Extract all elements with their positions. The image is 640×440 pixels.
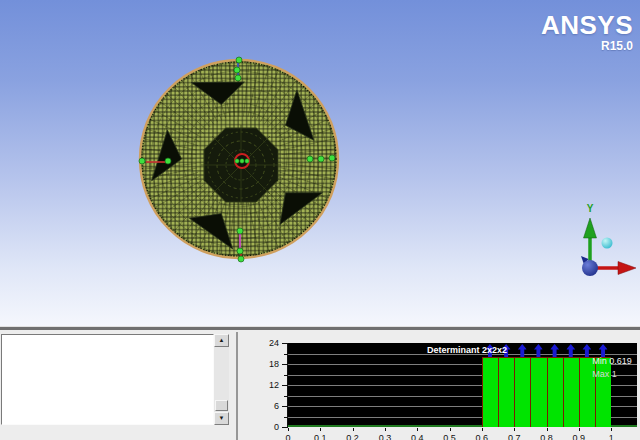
- vertex-marker[interactable]: [235, 75, 241, 81]
- triad-marker-sphere: [602, 238, 613, 249]
- histogram-bar: [579, 357, 595, 427]
- vertex-marker[interactable]: [236, 57, 242, 63]
- x-tick-label: 0.4: [411, 433, 424, 440]
- bar-clipped-arrow-icon: [550, 344, 559, 357]
- x-tick-label: 0.3: [379, 433, 392, 440]
- x-tick-mark: [450, 428, 451, 431]
- ansys-version-text: R15.0: [541, 40, 633, 52]
- message-output[interactable]: [1, 334, 214, 425]
- x-tick-mark: [320, 428, 321, 431]
- x-tick-mark: [417, 428, 418, 431]
- histogram-bar: [514, 357, 530, 427]
- vertex-marker[interactable]: [237, 228, 243, 234]
- x-tick-mark: [353, 428, 354, 431]
- x-tick-label: 1: [609, 433, 614, 440]
- bottom-panel: ▲ ▼ 06121824 Determinant 2x2x2 Min 0.619…: [0, 330, 640, 440]
- bar-clipped-arrow-icon: [566, 344, 575, 357]
- histogram-plot[interactable]: Determinant 2x2x2 Min 0.619 Max 1: [288, 343, 637, 427]
- x-tick-mark: [611, 428, 612, 431]
- vertex-marker[interactable]: [238, 256, 244, 262]
- axis-triad: Y: [552, 196, 640, 308]
- center-vertex-marker[interactable]: [235, 159, 239, 163]
- y-tick-label: 24: [269, 338, 279, 348]
- histogram-bar: [563, 357, 579, 427]
- bar-clipped-arrow-icon: [518, 344, 527, 357]
- x-tick-label: 0.8: [540, 433, 553, 440]
- scroll-down-button[interactable]: ▼: [214, 412, 229, 425]
- quality-histogram[interactable]: 06121824 Determinant 2x2x2 Min 0.619 Max…: [250, 336, 640, 440]
- x-tick-label: 0.2: [346, 433, 359, 440]
- x-tick-mark: [514, 428, 515, 431]
- histogram-title: Determinant 2x2x2: [427, 345, 507, 355]
- vertex-marker[interactable]: [318, 156, 324, 162]
- graphics-viewport[interactable]: ANSYS R15.0: [0, 0, 640, 326]
- axis-y-label: Y: [587, 203, 594, 214]
- vertex-marker[interactable]: [139, 158, 145, 164]
- ansys-logo: ANSYS R15.0: [541, 12, 633, 52]
- histogram-bar: [530, 357, 546, 427]
- histogram-max-label: Max 1: [592, 369, 617, 379]
- up-arrow-icon: ▲: [219, 337, 225, 343]
- ansys-brand-text: ANSYS: [541, 12, 633, 38]
- x-tick-label: 0.7: [508, 433, 521, 440]
- x-tick-mark: [547, 428, 548, 431]
- down-arrow-icon: ▼: [219, 415, 225, 421]
- x-tick-label: 0.1: [314, 433, 327, 440]
- scrollbar-thumb[interactable]: [215, 400, 228, 411]
- y-tick-label: 12: [269, 380, 279, 390]
- x-tick-label: 0: [285, 433, 290, 440]
- scroll-up-button[interactable]: ▲: [214, 334, 229, 347]
- center-vertex-marker[interactable]: [240, 159, 244, 163]
- y-tick-label: 0: [274, 422, 279, 432]
- histogram-y-axis: 06121824: [250, 343, 288, 427]
- x-axis-arrowhead-icon: [618, 262, 636, 275]
- center-vertex-marker[interactable]: [245, 159, 249, 163]
- histogram-bar: [547, 357, 563, 427]
- message-scrollbar[interactable]: ▲ ▼: [214, 334, 229, 425]
- histogram-x-axis: 00.10.20.30.40.50.60.70.80.91: [288, 428, 637, 440]
- x-tick-mark: [482, 428, 483, 431]
- y-tick-label: 6: [274, 401, 279, 411]
- triad-origin-sphere: [582, 260, 598, 276]
- histogram-min-label: Min 0.619: [592, 356, 632, 366]
- x-tick-label: 0.6: [476, 433, 489, 440]
- x-tick-mark: [288, 428, 289, 431]
- x-tick-mark: [579, 428, 580, 431]
- x-tick-label: 0.5: [443, 433, 456, 440]
- y-tick-label: 18: [269, 359, 279, 369]
- bar-clipped-arrow-icon: [582, 344, 591, 357]
- histogram-bar: [595, 357, 611, 427]
- vertex-marker[interactable]: [165, 158, 171, 164]
- ansys-window: ANSYS R15.0: [0, 0, 640, 440]
- vertex-marker[interactable]: [234, 67, 240, 73]
- vertex-marker[interactable]: [307, 156, 313, 162]
- vertex-marker[interactable]: [329, 155, 335, 161]
- panel-divider: [236, 332, 238, 440]
- vertex-marker[interactable]: [237, 248, 243, 254]
- x-tick-label: 0.9: [573, 433, 586, 440]
- bar-clipped-arrow-icon: [534, 344, 543, 357]
- histogram-bar: [482, 357, 498, 427]
- x-tick-mark: [385, 428, 386, 431]
- y-axis-arrowhead-icon: [584, 218, 597, 238]
- mesh-model[interactable]: [129, 49, 349, 269]
- histogram-bar: [498, 357, 514, 427]
